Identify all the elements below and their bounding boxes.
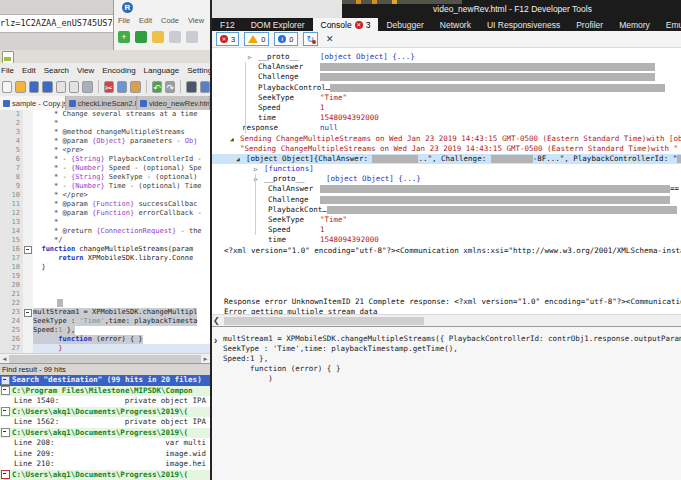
- fold-collapse-icon[interactable]: [1, 386, 10, 395]
- console-input-text[interactable]: multStream1 = XPMobileSDK.changeMultiple…: [223, 334, 681, 384]
- collapsed-triangle-icon[interactable]: ▷: [254, 164, 264, 174]
- clear-on-navigate-button[interactable]: ↻: [303, 32, 319, 46]
- console-row: ▷__proto__[object Object] {...}: [212, 52, 681, 62]
- find-hit-row[interactable]: Line 209:image.wid: [0, 449, 210, 460]
- notepadpp-menu-item[interactable]: Search: [44, 66, 69, 75]
- save-icon[interactable]: [169, 31, 181, 43]
- redo-icon[interactable]: ↷: [165, 81, 175, 93]
- error-filter-button[interactable]: ✕ 3: [216, 32, 239, 46]
- devtools-tab-dom-explorer[interactable]: DOM Explorer: [243, 18, 313, 31]
- rstudio-menu-item[interactable]: Code: [161, 16, 179, 25]
- find-hit-row[interactable]: Line 1540:private object IPA: [0, 396, 210, 407]
- new-project-icon[interactable]: [135, 31, 147, 43]
- browser-window-fragment: rlz=1C2AZAA_enUS745US74: [0, 0, 113, 50]
- console-token: 1: [320, 103, 325, 112]
- close-all-icon[interactable]: [69, 81, 79, 93]
- fold-collapse-icon[interactable]: [24, 309, 32, 317]
- devtools-tab-label: Emulation: [666, 20, 681, 30]
- notepadpp-menu-item[interactable]: Encoding: [102, 66, 135, 75]
- close-icon[interactable]: [56, 81, 66, 93]
- devtools-tab-ui-responsiveness[interactable]: UI Responsiveness: [479, 18, 568, 31]
- saved-file-icon: [3, 100, 10, 107]
- editor-tab[interactable]: checkLineScan2.R✕: [66, 96, 137, 110]
- notepadpp-menu-item[interactable]: Settings: [187, 66, 210, 75]
- paste-icon[interactable]: [130, 81, 140, 93]
- expanded-triangle-icon[interactable]: ◢: [236, 154, 246, 164]
- scrollbar-thumb[interactable]: [9, 355, 201, 363]
- line-number: 3: [0, 128, 23, 137]
- devtools-tab-network[interactable]: Network: [432, 18, 479, 31]
- devtools-tab-emulation[interactable]: Emulation: [658, 18, 681, 31]
- console-token: response: [242, 123, 320, 133]
- console-token: Challenge: [268, 195, 320, 205]
- warning-filter-button[interactable]: 0: [244, 32, 269, 46]
- code-editor[interactable]: 1 * Change several streams at a time2 *3…: [0, 110, 210, 353]
- find-hit-line-label: Line 209:: [14, 449, 55, 460]
- fold-margin: [23, 272, 33, 281]
- find-hit-row[interactable]: Line 210:image.hei: [0, 459, 210, 470]
- fold-margin: [23, 119, 33, 128]
- find-file-row[interactable]: C:\Users\akq1\Documents\Progress\2019\(: [0, 407, 210, 418]
- find-file-row[interactable]: C:\Users\akq1\Documents\Progress\2019\(: [0, 470, 210, 480]
- fold-collapse-icon[interactable]: [1, 376, 10, 385]
- editor-line: 26 function (error) { }: [0, 335, 210, 344]
- cut-icon[interactable]: ✂: [104, 81, 114, 93]
- info-filter-button[interactable]: i 0: [274, 32, 297, 46]
- save-icon[interactable]: [29, 81, 39, 93]
- code-token: function: [41, 245, 75, 253]
- scrollbar-thumb[interactable]: [224, 317, 424, 325]
- editor-tab[interactable]: sample - Copy.js✕: [0, 96, 66, 110]
- devtools-tab-debugger[interactable]: Debugger: [378, 18, 431, 31]
- clear-console-icon[interactable]: ✕: [326, 34, 334, 44]
- line-number: 7: [0, 164, 23, 173]
- undo-icon[interactable]: ↶: [152, 81, 162, 93]
- rstudio-menu-item[interactable]: Edit: [139, 16, 152, 25]
- collapsed-triangle-icon[interactable]: ▷: [248, 52, 258, 62]
- line-number: 22: [0, 299, 23, 308]
- editor-tab[interactable]: video_newRev.html✕: [137, 96, 210, 110]
- browser-url-bar[interactable]: rlz=1C2AZAA_enUS745US74: [0, 14, 113, 33]
- find-icon[interactable]: [186, 81, 196, 93]
- new-file-icon[interactable]: [2, 81, 12, 93]
- code-token: SeekType - (optional): [105, 173, 198, 181]
- copy-icon[interactable]: [117, 81, 127, 93]
- code-text: * @method changeMultipleStreams: [33, 128, 185, 137]
- code-token: {String}: [71, 173, 105, 181]
- devtools-tab-f12[interactable]: F12: [212, 18, 243, 31]
- find-file-row[interactable]: C:\Program Files\Milestone\MIPSDK\Compon: [0, 386, 210, 397]
- rstudio-menu-item[interactable]: File: [118, 16, 130, 25]
- rstudio-menu-item[interactable]: View: [188, 16, 204, 25]
- editor-line: 14 * @return {ConnectionRequest} - the: [0, 227, 210, 236]
- fold-collapse-icon[interactable]: [1, 407, 10, 416]
- find-hit-row[interactable]: Line 208:var multi: [0, 438, 210, 449]
- open-file-icon[interactable]: [152, 31, 164, 43]
- rstudio-window-fragment: R FileEditCodeView +: [113, 0, 211, 50]
- replace-icon[interactable]: [200, 81, 210, 93]
- find-file-row[interactable]: C:\Users\akq1\Documents\Progress\2019\(: [0, 428, 210, 439]
- print-icon[interactable]: [82, 81, 92, 93]
- open-folder-icon[interactable]: [15, 81, 25, 93]
- fold-margin: [23, 110, 33, 119]
- code-text: * @param {Function} successCallbac: [33, 200, 197, 209]
- save-all-icon[interactable]: [42, 81, 52, 93]
- notepadpp-menu-item[interactable]: Language: [144, 66, 180, 75]
- devtools-tab-console[interactable]: Console✕3: [313, 18, 379, 31]
- fold-collapse-icon[interactable]: [1, 428, 10, 437]
- expanded-triangle-icon[interactable]: ◢: [230, 134, 240, 144]
- fold-collapse-icon[interactable]: [24, 246, 32, 254]
- notepadpp-menu-item[interactable]: View: [77, 66, 94, 75]
- console-row: Error getting multiple stream data: [212, 307, 681, 314]
- console-row: PlaybackCont…: [212, 205, 681, 215]
- find-hit-row[interactable]: Line 1562:private object IPA: [0, 417, 210, 428]
- find-search-row[interactable]: Search "destination" (99 hits in 20 file…: [0, 375, 210, 386]
- save-all-icon[interactable]: [186, 31, 198, 43]
- devtools-tab-profiler[interactable]: Profiler: [568, 18, 611, 31]
- fold-collapse-icon[interactable]: [1, 470, 10, 479]
- notepadpp-menu-item[interactable]: Edit: [22, 66, 36, 75]
- new-file-icon[interactable]: +: [118, 31, 130, 43]
- console-row: ▷__proto__[object Object] {...}: [212, 174, 681, 184]
- console-input-area[interactable]: › multStream1 = XPMobileSDK.changeMultip…: [212, 326, 681, 480]
- notepadpp-menu-item[interactable]: File: [1, 66, 14, 75]
- devtools-tab-memory[interactable]: Memory: [611, 18, 658, 31]
- code-token: *: [33, 218, 58, 226]
